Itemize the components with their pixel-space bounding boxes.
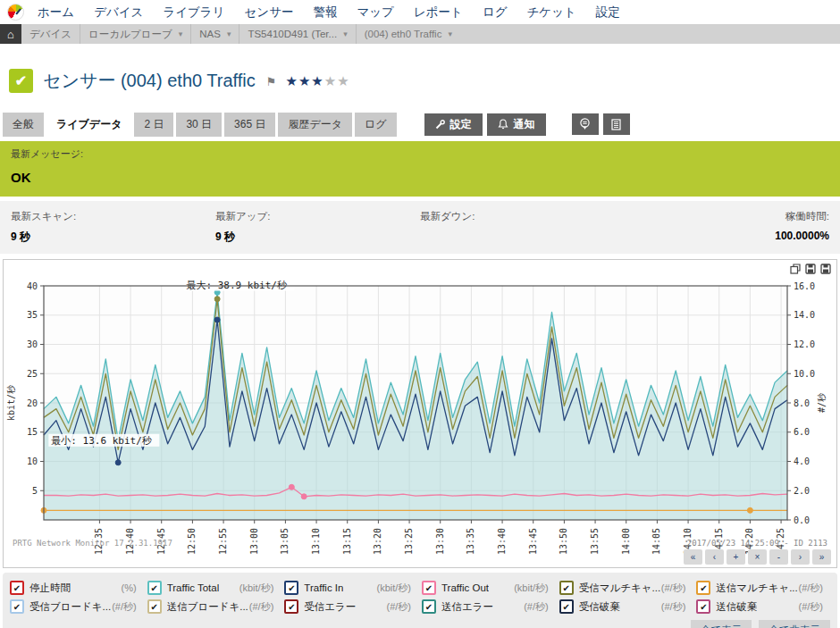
star-icon[interactable]: ★ xyxy=(324,73,337,89)
pager-button-2[interactable]: + xyxy=(727,549,745,565)
legend-channel-name: 受信破棄 xyxy=(579,600,620,614)
breadcrumb-item-1[interactable]: ローカルプローブ▾ xyxy=(80,24,191,44)
home-icon[interactable]: ⌂ xyxy=(0,24,21,44)
legend-channel-unit: (#/秒) xyxy=(387,600,419,614)
tab-6[interactable]: ログ xyxy=(355,113,397,137)
svg-text:10: 10 xyxy=(27,456,38,466)
save-icon-2[interactable] xyxy=(820,264,831,274)
channel-checkbox[interactable]: ✔ xyxy=(422,599,436,614)
breadcrumb-item-0[interactable]: デバイス xyxy=(21,24,80,44)
nav-item-1[interactable]: デバイス xyxy=(84,4,153,21)
prtg-logo-icon[interactable] xyxy=(7,4,24,21)
star-icon[interactable]: ★ xyxy=(311,73,323,89)
channel-checkbox[interactable]: ✔ xyxy=(422,581,436,595)
legend-item-3: ✔Traffic Out(kbit/秒) xyxy=(422,581,556,595)
svg-text:5: 5 xyxy=(32,486,38,496)
history-button[interactable] xyxy=(603,113,630,135)
svg-text:10.0: 10.0 xyxy=(794,369,815,379)
chevron-down-icon: ▾ xyxy=(343,29,348,38)
tab-1[interactable]: ライブデータ xyxy=(46,113,131,137)
legend-channel-name: 送信マルチキャ... xyxy=(716,582,797,595)
breadcrumb-item-2[interactable]: NAS▾ xyxy=(191,24,239,44)
status-label: 最新ダウン: xyxy=(420,210,625,223)
svg-text:25: 25 xyxy=(27,369,38,379)
legend-item-2: ✔Traffic In(kbit/秒) xyxy=(284,581,418,595)
star-icon[interactable]: ★ xyxy=(298,73,311,89)
svg-text:14:00: 14:00 xyxy=(621,528,631,555)
channel-checkbox[interactable]: ✔ xyxy=(147,599,162,614)
breadcrumb-label: デバイス xyxy=(29,28,71,41)
channel-checkbox[interactable]: ✔ xyxy=(696,599,710,614)
legend-channel-name: 送信ブロードキ... xyxy=(167,600,248,614)
nav-item-8[interactable]: チケット xyxy=(517,4,586,21)
nav-item-9[interactable]: 設定 xyxy=(586,4,630,21)
nav-item-3[interactable]: センサー xyxy=(235,4,304,21)
legend-channel-name: Traffic In xyxy=(304,582,343,593)
tab-0[interactable]: 全般 xyxy=(3,113,44,137)
channel-checkbox[interactable]: ✔ xyxy=(284,599,298,614)
svg-text:12:50: 12:50 xyxy=(187,528,197,555)
nav-item-0[interactable]: ホーム xyxy=(28,4,84,21)
legend-item-6: ✔受信ブロードキ...(#/秒) xyxy=(10,599,144,614)
tab-2[interactable]: 2 日 xyxy=(134,113,173,137)
breadcrumb-label: TS5410D491 (Ter... xyxy=(248,29,337,39)
save-icon[interactable] xyxy=(805,264,816,274)
tab-3[interactable]: 30 日 xyxy=(176,113,222,137)
channel-checkbox[interactable]: ✔ xyxy=(559,581,574,595)
channel-checkbox[interactable]: ✔ xyxy=(284,581,298,595)
legend-item-8: ✔受信エラー(#/秒) xyxy=(284,599,418,614)
nav-item-6[interactable]: レポート xyxy=(404,4,473,21)
legend-channel-unit: (kbit/秒) xyxy=(239,582,281,595)
channel-checkbox[interactable]: ✔ xyxy=(696,581,710,595)
sensor-title-row: ✔ センサー (004) eth0 Traffic ⚑ ★★★★★ xyxy=(9,66,840,95)
channel-checkbox[interactable]: ✔ xyxy=(559,599,574,614)
last-message-label: 最新メッセージ: xyxy=(11,147,829,161)
svg-text:#/秒: #/秒 xyxy=(817,392,827,413)
pager-button-1[interactable]: ‹ xyxy=(705,549,724,565)
svg-text:13:35: 13:35 xyxy=(466,528,475,555)
channel-checkbox[interactable]: ✔ xyxy=(10,599,24,614)
settings-button[interactable]: 設定 xyxy=(424,113,483,136)
nav-items: ホームデバイスライブラリセンサー警報マップレポートログチケット設定 xyxy=(28,4,630,21)
svg-text:16.0: 16.0 xyxy=(794,281,815,291)
pager-button-0[interactable]: « xyxy=(684,549,702,565)
star-icon[interactable]: ★ xyxy=(285,73,298,89)
legend-channel-name: 停止時間 xyxy=(29,582,71,595)
tab-5[interactable]: 履歴データ xyxy=(278,113,352,137)
hide-all-button[interactable]: 全て非表示 xyxy=(759,620,830,628)
svg-text:35: 35 xyxy=(27,310,38,320)
nav-item-5[interactable]: マップ xyxy=(347,4,403,21)
page-title: センサー (004) eth0 Traffic xyxy=(43,69,256,93)
legend-channel-unit: (kbit/秒) xyxy=(514,582,556,595)
legend-item-7: ✔送信ブロードキ...(#/秒) xyxy=(147,599,281,614)
settings-button-label: 設定 xyxy=(450,117,472,132)
comments-button[interactable] xyxy=(572,113,599,135)
breadcrumb-items: デバイスローカルプローブ▾NAS▾TS5410D491 (Ter...▾(004… xyxy=(21,24,460,44)
channel-checkbox[interactable]: ✔ xyxy=(10,581,24,595)
svg-text:13:15: 13:15 xyxy=(342,528,352,555)
legend-channel-name: 送信エラー xyxy=(441,600,493,614)
breadcrumb-item-3[interactable]: TS5410D491 (Ter...▾ xyxy=(239,24,356,44)
pager-button-4[interactable]: - xyxy=(769,549,788,565)
pager-button-5[interactable]: › xyxy=(791,549,810,565)
flag-icon[interactable]: ⚑ xyxy=(266,75,277,88)
star-icon[interactable]: ★ xyxy=(337,73,349,89)
show-all-button[interactable]: 全て表示 xyxy=(691,620,752,628)
pager-button-6[interactable]: » xyxy=(812,549,831,565)
status-column-2: 最新ダウン: xyxy=(420,210,625,245)
channel-checkbox[interactable]: ✔ xyxy=(147,581,162,595)
pager-button-3[interactable]: × xyxy=(748,549,767,565)
nav-item-7[interactable]: ログ xyxy=(473,4,517,21)
svg-text:13:30: 13:30 xyxy=(435,528,445,555)
legend-channel-name: 受信マルチキャ... xyxy=(579,582,660,595)
legend-channel-unit: (#/秒) xyxy=(661,600,693,614)
svg-text:4.0: 4.0 xyxy=(794,456,810,466)
sensor-status-ok-icon: ✔ xyxy=(9,69,33,93)
notifications-button[interactable]: 通知 xyxy=(487,113,546,136)
breadcrumb-item-4[interactable]: (004) eth0 Traffic▾ xyxy=(357,24,460,44)
popout-icon[interactable] xyxy=(790,264,801,274)
nav-item-2[interactable]: ライブラリ xyxy=(153,4,234,21)
nav-item-4[interactable]: 警報 xyxy=(303,4,347,21)
tab-4[interactable]: 365 日 xyxy=(224,113,275,137)
chart-brand-text: PRTG Network Monitor 17.2.31.1917 xyxy=(13,539,172,548)
